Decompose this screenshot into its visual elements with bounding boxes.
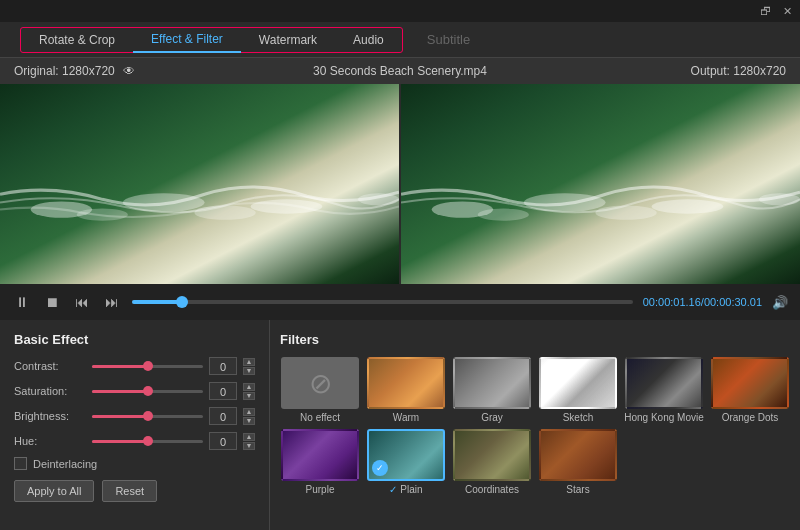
tab-watermark[interactable]: Watermark [241, 27, 335, 53]
contrast-up[interactable]: ▲ [243, 358, 255, 366]
brightness-label: Brightness: [14, 410, 86, 422]
filter-thumb-stars [539, 429, 617, 481]
svg-rect-0 [0, 84, 399, 284]
filter-label-warm: Warm [393, 412, 419, 423]
contrast-row: Contrast: 0 ▲ ▼ [14, 357, 255, 375]
brightness-up[interactable]: ▲ [243, 408, 255, 416]
filter-hk-movie[interactable]: Hong Kong Movie [624, 357, 704, 423]
preview-left [0, 84, 399, 284]
filter-no-effect[interactable]: No effect [280, 357, 360, 423]
saturation-down[interactable]: ▼ [243, 392, 255, 400]
contrast-value[interactable]: 0 [209, 357, 237, 375]
saturation-thumb[interactable] [143, 386, 153, 396]
selected-badge: ✓ [372, 460, 388, 476]
progress-thumb[interactable] [176, 296, 188, 308]
hue-row: Hue: 0 ▲ ▼ [14, 432, 255, 450]
original-preview [0, 84, 399, 284]
hue-up[interactable]: ▲ [243, 433, 255, 441]
filter-label-no-effect: No effect [300, 412, 340, 423]
svg-point-10 [652, 199, 724, 213]
deinterlacing-checkbox[interactable] [14, 457, 27, 470]
filter-warm[interactable]: Warm [366, 357, 446, 423]
svg-point-2 [123, 193, 205, 211]
restore-button[interactable]: 🗗 [758, 4, 772, 18]
deinterlacing-label: Deinterlacing [33, 458, 97, 470]
filter-stars[interactable]: Stars [538, 429, 618, 495]
prev-button[interactable]: ⏮ [72, 294, 92, 310]
filter-thumb-warm [367, 357, 445, 409]
progress-bar[interactable] [132, 300, 633, 304]
brightness-slider[interactable] [92, 415, 203, 418]
basic-effect-panel: Basic Effect Contrast: 0 ▲ ▼ Saturation: [0, 320, 270, 530]
filter-sketch[interactable]: Sketch [538, 357, 618, 423]
filter-thumb-purple [281, 429, 359, 481]
filter-thumb-orange-dots [711, 357, 789, 409]
contrast-label: Contrast: [14, 360, 86, 372]
hue-value-wrap: 0 [209, 432, 237, 450]
filter-label-sketch: Sketch [563, 412, 594, 423]
hue-spinner: ▲ ▼ [243, 433, 255, 450]
hue-value[interactable]: 0 [209, 432, 237, 450]
tab-effect-filter[interactable]: Effect & Filter [133, 27, 241, 53]
hue-thumb[interactable] [143, 436, 153, 446]
tab-rotate-crop[interactable]: Rotate & Crop [21, 27, 133, 53]
brightness-row: Brightness: 0 ▲ ▼ [14, 407, 255, 425]
svg-point-3 [251, 199, 323, 213]
filter-purple[interactable]: Purple [280, 429, 360, 495]
action-row: Apply to All Reset [14, 480, 255, 502]
file-title: 30 Seconds Beach Scenery.mp4 [313, 64, 487, 78]
filter-label-orange-dots: Orange Dots [722, 412, 779, 423]
svg-point-12 [478, 209, 529, 221]
saturation-value-wrap: 0 [209, 382, 237, 400]
saturation-slider[interactable] [92, 390, 203, 393]
filter-thumb-hk-movie [625, 357, 703, 409]
next-button[interactable]: ⏭ [102, 294, 122, 310]
filter-gray[interactable]: Gray [452, 357, 532, 423]
volume-button[interactable]: 🔊 [772, 295, 788, 310]
filter-coordinates[interactable]: Coordinates [452, 429, 532, 495]
hue-down[interactable]: ▼ [243, 442, 255, 450]
svg-point-6 [194, 205, 255, 219]
contrast-thumb[interactable] [143, 361, 153, 371]
filter-label-coordinates: Coordinates [465, 484, 519, 495]
tab-bar: Rotate & Crop Effect & Filter Watermark … [0, 22, 800, 58]
contrast-value-wrap: 0 [209, 357, 237, 375]
progress-fill [132, 300, 182, 304]
tab-group: Rotate & Crop Effect & Filter Watermark … [20, 27, 403, 53]
brightness-down[interactable]: ▼ [243, 417, 255, 425]
hue-slider[interactable] [92, 440, 203, 443]
saturation-label: Saturation: [14, 385, 86, 397]
saturation-row: Saturation: 0 ▲ ▼ [14, 382, 255, 400]
reset-button[interactable]: Reset [102, 480, 157, 502]
contrast-down[interactable]: ▼ [243, 367, 255, 375]
tab-audio[interactable]: Audio [335, 27, 402, 53]
filter-plain[interactable]: ✓ ✓ Plain [366, 429, 446, 495]
brightness-thumb[interactable] [143, 411, 153, 421]
output-resolution: Output: 1280x720 [691, 64, 786, 78]
saturation-up[interactable]: ▲ [243, 383, 255, 391]
filter-thumb-no-effect [281, 357, 359, 409]
stop-button[interactable]: ⏹ [42, 294, 62, 310]
hue-label: Hue: [14, 435, 86, 447]
filter-label-hk-movie: Hong Kong Movie [624, 412, 704, 423]
contrast-fill [92, 365, 148, 368]
svg-point-11 [759, 193, 800, 205]
filter-label-stars: Stars [566, 484, 589, 495]
saturation-fill [92, 390, 148, 393]
svg-point-13 [595, 205, 656, 219]
filter-orange-dots[interactable]: Orange Dots [710, 357, 790, 423]
contrast-slider[interactable] [92, 365, 203, 368]
time-display: 00:00:01.16/00:00:30.01 [643, 296, 762, 308]
brightness-spinner: ▲ ▼ [243, 408, 255, 425]
brightness-value[interactable]: 0 [209, 407, 237, 425]
saturation-value[interactable]: 0 [209, 382, 237, 400]
basic-effect-title: Basic Effect [14, 332, 255, 347]
pause-button[interactable]: ⏸ [12, 294, 32, 310]
close-button[interactable]: ✕ [780, 4, 794, 18]
tab-subtitle: Subtitle [403, 22, 494, 58]
filters-title: Filters [280, 332, 790, 347]
svg-rect-7 [401, 84, 800, 284]
apply-to-all-button[interactable]: Apply to All [14, 480, 94, 502]
hue-fill [92, 440, 148, 443]
filter-thumb-sketch [539, 357, 617, 409]
